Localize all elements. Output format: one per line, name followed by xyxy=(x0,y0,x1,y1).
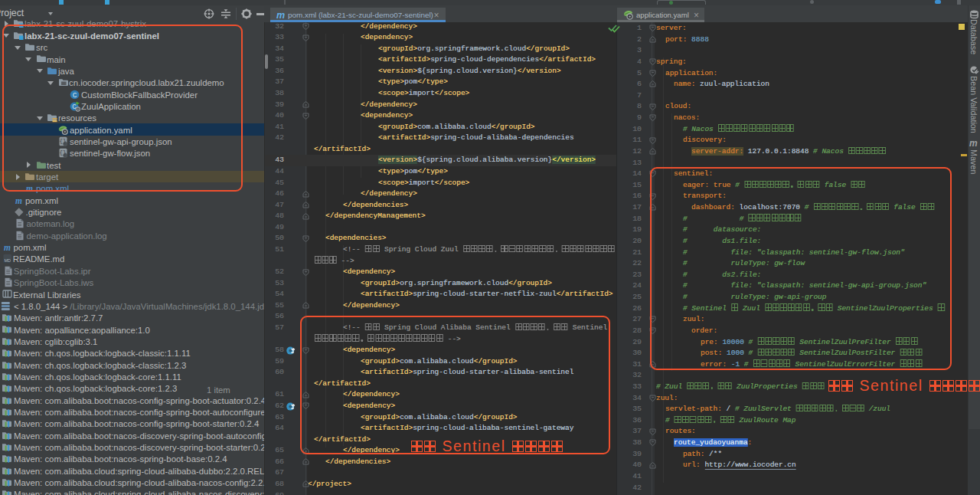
svg-text:m: m xyxy=(4,243,11,252)
svg-text:m: m xyxy=(15,195,22,205)
svg-text:MD: MD xyxy=(4,258,11,263)
